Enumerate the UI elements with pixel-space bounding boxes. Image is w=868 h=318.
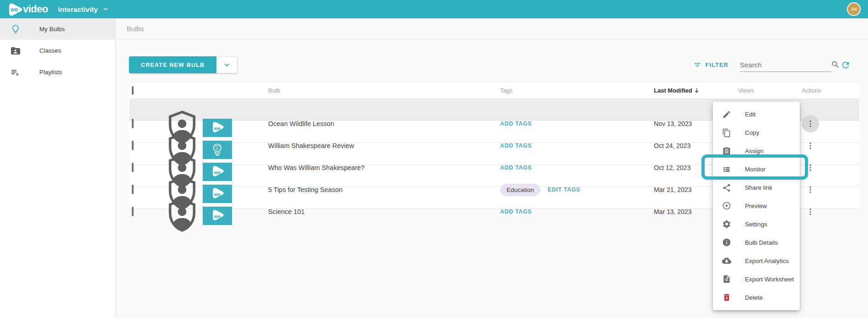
bulb-title[interactable]: Who Was William Shakespeare? xyxy=(253,164,500,171)
context-menu-item-monitor[interactable]: Monitor xyxy=(713,160,800,179)
clipboard-icon xyxy=(722,147,731,156)
add-tags-link[interactable]: ADD TAGS xyxy=(500,208,532,215)
search-box xyxy=(740,58,831,72)
dots-vertical-icon xyxy=(806,119,815,128)
row-checkbox[interactable] xyxy=(132,119,134,128)
context-menu-item-export-worksheet[interactable]: Export Worksheet xyxy=(713,270,800,288)
context-menu-item-share-link[interactable]: Share link xyxy=(713,179,800,197)
views-column-header[interactable]: Views xyxy=(738,87,802,94)
select-all-checkbox[interactable] xyxy=(132,86,134,95)
folder-shared-icon xyxy=(10,45,21,56)
add-tags-link[interactable]: ADD TAGS xyxy=(500,121,532,127)
refresh-icon xyxy=(841,60,851,70)
table-toolbar-right: FILTER xyxy=(693,56,851,73)
dots-vertical-icon xyxy=(806,163,815,172)
context-menu-item-delete[interactable]: Delete xyxy=(713,288,800,307)
last-modified-column-header[interactable]: Last Modified xyxy=(654,87,738,94)
search-icon[interactable] xyxy=(831,60,840,69)
row-checkbox[interactable] xyxy=(132,141,134,150)
tag-chip: Education xyxy=(500,184,540,196)
sidebar-item-playlists[interactable]: Playlists xyxy=(0,61,115,83)
row-actions-button[interactable] xyxy=(802,159,819,176)
row-actions-button[interactable] xyxy=(802,203,819,220)
wevideo-play-blob-icon: we xyxy=(7,2,24,17)
context-menu-item-bulb-details[interactable]: Bulb Details xyxy=(713,233,800,252)
row-checkbox[interactable] xyxy=(132,207,134,216)
row-actions-context-menu: Edit Copy Assign Monitor Share link Prev… xyxy=(713,102,800,310)
bulb-column-header[interactable]: Bulb xyxy=(253,87,500,94)
bulb-title[interactable]: Science 101 xyxy=(253,208,500,215)
owner-shield-user-icon xyxy=(162,195,203,236)
table-header-row: Bulb Tags Last Modified Views Actions xyxy=(129,82,859,99)
chevron-down-icon xyxy=(223,61,231,69)
sidebar: My Bulbs Classes Playlists xyxy=(0,18,116,318)
wevideo-logo-thumbnail[interactable]: we xyxy=(203,207,253,225)
refresh-button[interactable] xyxy=(841,60,851,70)
context-menu-item-settings[interactable]: Settings xyxy=(713,215,800,233)
svg-text:we: we xyxy=(214,170,221,175)
row-actions-button[interactable] xyxy=(802,115,819,132)
edit-tags-link[interactable]: EDIT TAGS xyxy=(548,186,580,193)
trash-icon xyxy=(722,293,731,302)
share-icon xyxy=(722,183,731,192)
row-actions-button[interactable] xyxy=(802,137,819,154)
breadcrumb-bar: Bulbs xyxy=(116,18,868,39)
filter-button[interactable]: FILTER xyxy=(693,61,728,69)
wevideo-logo[interactable]: we video xyxy=(7,2,48,17)
create-new-bulb-button[interactable]: CREATE NEW BULB xyxy=(129,56,216,73)
add-tags-link[interactable]: ADD TAGS xyxy=(500,164,532,171)
cloud-download-icon xyxy=(722,256,731,265)
breadcrumb: Bulbs xyxy=(127,25,144,33)
filter-label: FILTER xyxy=(705,61,728,68)
lightbulb-icon xyxy=(10,24,21,35)
dots-vertical-icon xyxy=(806,185,815,194)
copy-icon xyxy=(722,128,731,137)
create-new-bulb-button-group: CREATE NEW BULB xyxy=(129,56,237,73)
svg-text:we: we xyxy=(214,214,221,219)
gear-icon xyxy=(722,219,731,229)
brand-video-text: video xyxy=(23,3,48,15)
search-input[interactable] xyxy=(740,61,831,69)
svg-text:we: we xyxy=(214,192,221,197)
dots-vertical-icon xyxy=(806,141,815,150)
bulb-title[interactable]: William Shakespeare Review xyxy=(253,142,500,149)
tags-cell: ADD TAGS xyxy=(500,164,654,171)
sidebar-item-classes[interactable]: Classes xyxy=(0,40,115,61)
sidebar-item-my-bulbs[interactable]: My Bulbs xyxy=(0,18,115,40)
app-switcher-chevron-down-icon[interactable] xyxy=(102,6,109,12)
tags-cell: ADD TAGS xyxy=(500,143,654,149)
context-menu-item-assign[interactable]: Assign xyxy=(713,142,800,160)
row-checkbox[interactable] xyxy=(132,185,134,194)
bulb-title[interactable]: Ocean Wildlife Lesson xyxy=(253,120,500,127)
tags-cell: ADD TAGS xyxy=(500,121,654,127)
tags-cell: ADD TAGS xyxy=(500,208,654,215)
sort-desc-arrow-icon xyxy=(693,87,700,94)
user-avatar[interactable]: JW xyxy=(847,2,861,16)
info-icon xyxy=(722,238,731,247)
context-menu-item-edit[interactable]: Edit xyxy=(713,105,800,124)
document-icon xyxy=(722,274,731,284)
row-actions-button[interactable] xyxy=(802,181,819,198)
app-title: Interactivity xyxy=(58,5,98,13)
context-menu-item-preview[interactable]: Preview xyxy=(713,197,800,215)
context-menu-item-export-analytics[interactable]: Export Analytics xyxy=(713,252,800,270)
create-new-bulb-dropdown-button[interactable] xyxy=(216,56,237,73)
dots-vertical-icon xyxy=(806,207,815,216)
bulb-title[interactable]: 5 Tips for Testing Season xyxy=(253,186,500,193)
topbar: we video Interactivity JW xyxy=(0,0,868,18)
svg-text:we: we xyxy=(214,126,221,131)
tags-cell: EducationEDIT TAGS xyxy=(500,184,654,196)
list-icon xyxy=(722,165,731,174)
play-circle-icon xyxy=(722,201,731,210)
context-menu-item-copy[interactable]: Copy xyxy=(713,124,800,142)
filter-icon xyxy=(693,61,701,69)
row-checkbox[interactable] xyxy=(132,163,134,172)
playlist-icon xyxy=(10,67,21,78)
actions-column-header: Actions xyxy=(802,87,859,94)
tags-column-header[interactable]: Tags xyxy=(500,87,654,94)
pencil-icon xyxy=(722,110,731,119)
add-tags-link[interactable]: ADD TAGS xyxy=(500,143,532,149)
svg-text:we: we xyxy=(10,6,18,13)
